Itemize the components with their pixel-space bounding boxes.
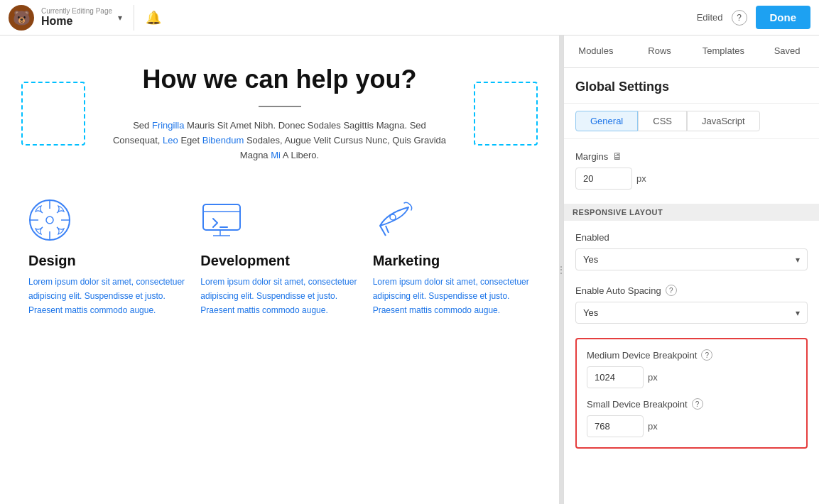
enabled-label: Enabled bbox=[575, 232, 808, 243]
hero-content: How we can help you? Sed Fringilla Mauri… bbox=[85, 64, 474, 163]
features-section: Design Lorem ipsum dolor sit amet, conse… bbox=[14, 185, 545, 332]
done-button[interactable]: Done bbox=[756, 6, 811, 29]
feature-development: Development Lorem ipsum dolor sit amet, … bbox=[193, 199, 365, 318]
feature-marketing-title: Marketing bbox=[373, 253, 531, 269]
auto-spacing-label: Enable Auto Spacing ? bbox=[575, 285, 808, 296]
brand-logo: 🐻 bbox=[9, 5, 34, 31]
tab-modules[interactable]: Modules bbox=[564, 35, 628, 67]
tab-saved[interactable]: Saved bbox=[755, 35, 819, 67]
margins-label: Margins 🖥 bbox=[575, 150, 808, 162]
notifications-bell-icon[interactable]: 🔔 bbox=[146, 10, 161, 26]
breakpoint-box: Medium Device Breakpoint ? px Small Devi… bbox=[575, 338, 808, 449]
small-breakpoint-label: Small Device Breakpoint ? bbox=[587, 398, 796, 410]
feature-design-title: Design bbox=[28, 253, 186, 269]
auto-spacing-value: Yes bbox=[583, 307, 598, 318]
margins-label-text: Margins bbox=[575, 151, 608, 162]
subtab-javascript[interactable]: JavaScript bbox=[687, 111, 760, 131]
feature-design: Design Lorem ipsum dolor sit amet, conse… bbox=[21, 199, 193, 318]
feature-development-text: Lorem ipsum dolor sit amet, consectetuer… bbox=[200, 275, 358, 318]
svg-point-1 bbox=[46, 217, 53, 224]
auto-spacing-label-text: Enable Auto Spacing bbox=[575, 285, 661, 296]
auto-spacing-select[interactable]: Yes ▾ bbox=[575, 302, 808, 324]
hero-right-placeholder bbox=[474, 82, 538, 146]
page-info: Currently Editing Page Home bbox=[41, 7, 112, 28]
enabled-value: Yes bbox=[583, 254, 598, 265]
desktop-icon: 🖥 bbox=[612, 150, 622, 162]
hero-text-link3[interactable]: Bibendum bbox=[202, 135, 244, 146]
sidebar: Modules Rows Templates Saved Global Sett… bbox=[563, 35, 819, 504]
sidebar-tabs: Modules Rows Templates Saved bbox=[564, 35, 819, 68]
topbar-right-actions: Edited ? Done bbox=[697, 6, 810, 29]
settings-content: Margins 🖥 px RESPONSIVE LAYOUT Enabled Y… bbox=[564, 139, 819, 504]
small-breakpoint-input-row: px bbox=[587, 415, 796, 437]
small-breakpoint-row: Small Device Breakpoint ? px bbox=[587, 398, 796, 437]
subtab-general[interactable]: General bbox=[575, 111, 638, 131]
enabled-label-text: Enabled bbox=[575, 232, 609, 243]
margins-row: Margins 🖥 px bbox=[575, 150, 808, 190]
tab-templates[interactable]: Templates bbox=[692, 35, 756, 67]
hero-text-link2[interactable]: Leo bbox=[163, 135, 178, 146]
editing-label: Currently Editing Page bbox=[41, 7, 112, 15]
hero-text: Sed Fringilla Mauris Sit Amet Nibh. Done… bbox=[109, 119, 450, 163]
medium-breakpoint-input-row: px bbox=[587, 366, 796, 388]
topbar-separator bbox=[134, 5, 134, 31]
svg-point-13 bbox=[390, 214, 396, 220]
auto-spacing-row: Enable Auto Spacing ? Yes ▾ bbox=[575, 285, 808, 324]
margins-unit: px bbox=[636, 173, 646, 184]
medium-breakpoint-label-text: Medium Device Breakpoint bbox=[587, 350, 697, 361]
enabled-select[interactable]: Yes ▾ bbox=[575, 248, 808, 270]
svg-line-12 bbox=[386, 226, 389, 233]
tab-rows[interactable]: Rows bbox=[628, 35, 692, 67]
page-name: Home bbox=[41, 15, 112, 28]
page-dropdown-icon[interactable]: ▾ bbox=[118, 13, 122, 23]
margins-input[interactable] bbox=[575, 168, 632, 190]
main-area: How we can help you? Sed Fringilla Mauri… bbox=[0, 35, 819, 504]
hero-title: How we can help you? bbox=[99, 64, 460, 94]
enabled-chevron-icon: ▾ bbox=[796, 255, 800, 265]
small-breakpoint-label-text: Small Device Breakpoint bbox=[587, 399, 688, 410]
global-settings-title: Global Settings bbox=[564, 68, 819, 104]
design-icon bbox=[28, 199, 71, 241]
subtab-css[interactable]: CSS bbox=[638, 111, 687, 131]
small-breakpoint-help-icon[interactable]: ? bbox=[692, 398, 703, 410]
hero-left-placeholder bbox=[21, 82, 85, 146]
medium-breakpoint-input[interactable] bbox=[587, 366, 644, 388]
topbar: 🐻 Currently Editing Page Home ▾ 🔔 Edited… bbox=[0, 0, 819, 35]
development-icon bbox=[200, 199, 243, 241]
settings-subtabs: General CSS JavaScript bbox=[564, 104, 819, 139]
hero-text-link4[interactable]: Mi bbox=[271, 150, 281, 160]
bear-icon: 🐻 bbox=[13, 9, 31, 26]
help-icon[interactable]: ? bbox=[732, 10, 747, 26]
auto-spacing-chevron-icon: ▾ bbox=[796, 308, 800, 318]
responsive-layout-header: RESPONSIVE LAYOUT bbox=[564, 204, 819, 221]
feature-design-text: Lorem ipsum dolor sit amet, consectetuer… bbox=[28, 275, 186, 318]
feature-marketing-text: Lorem ipsum dolor sit amet, consectetuer… bbox=[373, 275, 531, 318]
medium-breakpoint-help-icon[interactable]: ? bbox=[701, 349, 712, 361]
medium-breakpoint-label: Medium Device Breakpoint ? bbox=[587, 349, 796, 361]
page-canvas: How we can help you? Sed Fringilla Mauri… bbox=[0, 35, 559, 504]
small-breakpoint-unit: px bbox=[648, 421, 658, 432]
auto-spacing-help-icon[interactable]: ? bbox=[666, 285, 677, 296]
hero-section: How we can help you? Sed Fringilla Mauri… bbox=[14, 50, 545, 177]
sidebar-resize-handle[interactable] bbox=[559, 35, 563, 504]
edited-status: Edited bbox=[697, 12, 723, 23]
svg-line-11 bbox=[380, 226, 386, 236]
medium-breakpoint-row: Medium Device Breakpoint ? px bbox=[587, 349, 796, 388]
svg-rect-6 bbox=[203, 204, 240, 230]
feature-development-title: Development bbox=[200, 253, 358, 269]
medium-breakpoint-unit: px bbox=[648, 372, 658, 383]
marketing-icon bbox=[373, 199, 416, 241]
small-breakpoint-input[interactable] bbox=[587, 415, 644, 437]
hero-text-link1[interactable]: Fringilla bbox=[152, 120, 185, 131]
feature-marketing: Marketing Lorem ipsum dolor sit amet, co… bbox=[366, 199, 538, 318]
hero-divider bbox=[259, 106, 301, 107]
margins-input-row: px bbox=[575, 168, 808, 190]
enabled-row: Enabled Yes ▾ bbox=[575, 232, 808, 270]
